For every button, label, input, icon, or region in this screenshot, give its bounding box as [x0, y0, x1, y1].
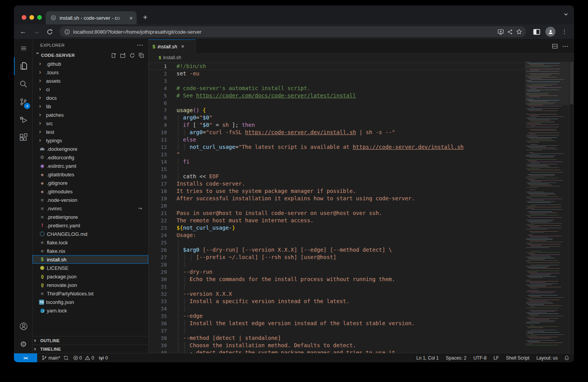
code-line-12[interactable]: 12│ │ not_curl_usage="The latest script … — [149, 143, 525, 151]
browser-menu-kebab-icon[interactable]: ⋮ — [559, 26, 570, 38]
explorer-activity-icon[interactable] — [14, 57, 32, 75]
code-line-4[interactable]: 4# code-server's automatic install scrip… — [149, 85, 525, 92]
search-activity-icon[interactable] — [14, 75, 32, 93]
code-line-33[interactable]: 33│ │ Install a specific version instead… — [149, 298, 525, 305]
tab-search-chevron-icon[interactable] — [563, 12, 569, 17]
code-editor[interactable]: 1#!/bin/sh2set -eu34# code-server's auto… — [149, 62, 574, 353]
notifications-bell-icon[interactable] — [564, 355, 569, 361]
branch-status[interactable]: main* — [42, 355, 69, 361]
share-icon[interactable] — [507, 29, 513, 35]
tree-folder-docs[interactable]: ›docs — [33, 94, 148, 102]
tree-folder-patches[interactable]: ›patches — [33, 111, 148, 119]
code-line-36[interactable]: 36│ │ Install the latest edge version in… — [149, 320, 525, 327]
tree-file-ThirdPartyNotices.txt[interactable]: ≡ThirdPartyNotices.txt — [33, 289, 148, 298]
editor-more-actions-icon[interactable]: ··· — [562, 43, 569, 49]
tree-file-package.json[interactable]: {}package.json — [33, 272, 148, 281]
tree-folder-.github[interactable]: ›.github — [33, 60, 148, 68]
status-ln-1-col-1[interactable]: Ln 1, Col 1 — [416, 355, 439, 361]
extensions-activity-icon[interactable] — [14, 128, 32, 146]
reload-button[interactable] — [44, 26, 55, 37]
refresh-icon[interactable] — [129, 53, 135, 58]
tree-folder-assets[interactable]: ›assets — [33, 77, 148, 85]
tree-file-.gitmodules[interactable]: ◆.gitmodules — [33, 187, 148, 196]
tree-file-.prettierrc.yaml[interactable]: !.prettierrc.yaml — [33, 221, 148, 230]
code-line-5[interactable]: 5# See https://coder.com/docs/code-serve… — [149, 92, 525, 99]
code-line-20[interactable]: 20 — [149, 202, 525, 210]
code-line-17[interactable]: 17Installs code-server. — [149, 180, 525, 188]
code-line-9[interactable]: 9│ if [ "$0" = sh ]; then — [149, 121, 525, 129]
code-line-28[interactable]: 28│ │ — [149, 261, 525, 268]
tree-folder-test[interactable]: ›test — [33, 128, 148, 136]
code-line-31[interactable]: 31│ │ — [149, 283, 525, 290]
code-line-22[interactable]: 22The remote host must have internet acc… — [149, 217, 525, 224]
code-line-37[interactable]: 37│ │ — [149, 327, 525, 334]
code-line-35[interactable]: 35│ --edge — [149, 312, 525, 320]
remote-indicator[interactable]: >< — [14, 353, 37, 362]
bookmark-star-icon[interactable] — [516, 29, 522, 35]
code-line-34[interactable]: 34│ │ — [149, 305, 525, 312]
site-info-icon[interactable] — [64, 29, 70, 35]
code-line-19[interactable]: 19After successful installation it expla… — [149, 195, 525, 202]
split-editor-icon[interactable] — [552, 43, 558, 49]
code-line-40[interactable]: 40│ │ - detect detects the system packag… — [149, 349, 525, 353]
new-folder-icon[interactable] — [120, 53, 126, 58]
status-lf[interactable]: LF — [494, 355, 499, 361]
install-app-icon[interactable] — [497, 29, 504, 35]
code-line-8[interactable]: 8│ arg0="$0" — [149, 114, 525, 121]
forward-button[interactable]: → — [31, 26, 42, 37]
back-button[interactable]: ← — [18, 26, 29, 37]
code-line-16[interactable]: 16│ cath << EOF — [149, 173, 525, 180]
code-line-26[interactable]: 26│ $arg0 [--dry-run] [--version X.X.X] … — [149, 246, 525, 254]
minimize-window-button[interactable] — [29, 15, 34, 20]
code-line-2[interactable]: 2set -eu — [149, 70, 525, 77]
ports-status[interactable]: 0 — [99, 355, 108, 361]
tree-file-yarn.lock[interactable]: yarn.lock — [33, 306, 148, 315]
close-window-button[interactable] — [22, 15, 26, 20]
explorer-more-actions-icon[interactable]: ··· — [137, 42, 144, 48]
code-line-32[interactable]: 32│ --version X.X.X — [149, 290, 525, 298]
code-line-1[interactable]: 1#!/bin/sh — [149, 63, 525, 70]
code-line-27[interactable]: 27│ │ │ [--prefix ~/.local] [--rsh ssh] … — [149, 254, 525, 261]
code-line-7[interactable]: 7usage() { — [149, 107, 525, 114]
tree-file-.gitignore[interactable]: ◆.gitignore — [33, 179, 148, 187]
tree-file-install.sh[interactable]: $install.sh — [33, 255, 148, 264]
code-line-39[interactable]: 39│ │ Choose the installation method. De… — [149, 342, 525, 349]
code-line-30[interactable]: 30│ │ Echo the commands for the install … — [149, 276, 525, 283]
tree-file-.dockerignore[interactable]: .dockerignore — [33, 145, 148, 153]
tree-folder-typings[interactable]: ›typings — [33, 136, 148, 145]
status-utf-8[interactable]: UTF-8 — [473, 355, 487, 361]
code-line-23[interactable]: 23${not_curl_usage-} — [149, 224, 525, 232]
section-timeline[interactable]: ›TIMELINE — [33, 344, 148, 353]
tree-file-LICENSE[interactable]: LICENSE — [33, 264, 148, 272]
tree-file-.editorconfig[interactable]: ⚙.editorconfig — [33, 153, 148, 162]
code-line-13[interactable]: 13" — [149, 151, 525, 158]
code-line-10[interactable]: 10│ │ arg0="curl -fsSL https://code-serv… — [149, 129, 525, 136]
tree-root-code-server[interactable]: › CODE-SERVER — [33, 51, 148, 60]
minimap-slider[interactable] — [525, 62, 569, 105]
browser-tab[interactable]: install.sh - code-server - co × — [46, 11, 137, 24]
url-text[interactable]: localhost:8080/?folder=/home/jothiprasat… — [73, 29, 494, 35]
minimap[interactable] — [525, 62, 569, 353]
tree-file-renovate.json[interactable]: {}renovate.json — [33, 281, 148, 289]
status-layout-us[interactable]: Layout: us — [537, 355, 558, 361]
code-line-18[interactable]: 18It tries to use the system package man… — [149, 188, 525, 195]
side-panel-icon[interactable] — [531, 26, 542, 38]
code-line-25[interactable]: 25│ — [149, 239, 525, 246]
problems-status[interactable]: 0 0 — [73, 355, 94, 361]
tree-folder-lib[interactable]: ›lib — [33, 102, 148, 111]
code-line-3[interactable]: 3 — [149, 77, 525, 85]
section-outline[interactable]: ›OUTLINE — [33, 336, 148, 344]
status-shell-script[interactable]: Shell Script — [506, 355, 530, 361]
account-icon[interactable] — [14, 317, 32, 335]
breadcrumb-file[interactable]: install.sh — [163, 55, 181, 60]
tree-file-.prettierignore[interactable]: ≡.prettierignore — [33, 213, 148, 221]
close-editor-tab-icon[interactable]: × — [181, 43, 184, 49]
code-line-38[interactable]: 38│ --method [detect | standalone] — [149, 334, 525, 342]
zoom-window-button[interactable] — [37, 15, 42, 20]
tree-file-.nvmrc[interactable]: ≡.nvmrc↪ — [33, 204, 148, 213]
code-line-11[interactable]: 11│ else — [149, 136, 525, 143]
tree-folder-.tours[interactable]: ›.tours — [33, 68, 148, 77]
source-control-activity-icon[interactable]: 4 — [14, 93, 32, 111]
code-line-21[interactable]: 21Pass in user@host to install code-serv… — [149, 210, 525, 217]
tree-file-.gitattributes[interactable]: ◆.gitattributes — [33, 170, 148, 179]
